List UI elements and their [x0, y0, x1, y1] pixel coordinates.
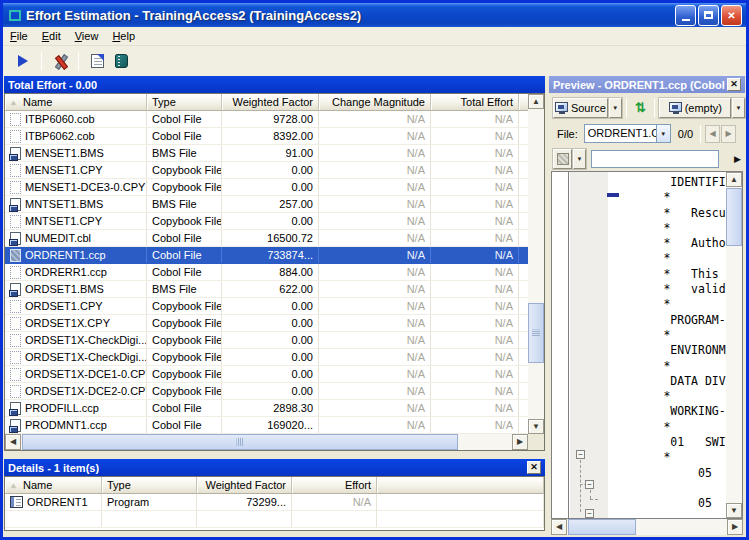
report-button[interactable]	[109, 50, 133, 72]
file-combobox[interactable]: ORDRENT1.CCP ▼	[584, 124, 671, 143]
page-dashed-icon	[10, 368, 21, 381]
folding-margin	[570, 172, 608, 518]
column-header-change-magnitude[interactable]: Change Magnitude	[319, 94, 431, 111]
menu-view[interactable]: View	[68, 28, 106, 44]
page-dashed-icon	[10, 385, 21, 398]
source-view-button[interactable]: Source	[553, 98, 608, 118]
code-text[interactable]: IDENTIFI * * RescueW * * Author: * * Thi…	[608, 175, 740, 512]
table-row[interactable]: MENSET1.BMSBMS File91.00N/AN/A	[5, 145, 528, 162]
cell-value: Copybook File	[152, 164, 222, 176]
table-row[interactable]: ORDSET1X-DCE1-0.CPYCopybook File0.00N/AN…	[5, 366, 528, 383]
scroll-up-button[interactable]: ▲	[726, 172, 742, 187]
hscroll-thumb[interactable]	[22, 434, 458, 450]
chevron-down-icon[interactable]: ▼	[656, 124, 671, 143]
table-row[interactable]: ORDSET1X-DCE2-0.CPYCopybook File0.00N/AN…	[5, 383, 528, 400]
column-header-name[interactable]: ▲Name	[5, 477, 102, 494]
table-row[interactable]: PRODFILL.ccpCobol File2898.30N/AN/A	[5, 400, 528, 417]
page-dashed-icon	[10, 113, 21, 126]
table-row[interactable]: ORDSET1X-CheckDigi...Copybook File0.00N/…	[5, 349, 528, 366]
details-close-button[interactable]: ✕	[527, 461, 541, 474]
menu-edit[interactable]: Edit	[35, 28, 68, 44]
cell-name: ORDSET1.CPY	[5, 298, 147, 314]
table-row[interactable]: ORDRENT1Program73299...N/A	[5, 494, 544, 511]
scroll-right-button[interactable]: ▶	[512, 434, 528, 450]
empty-view-dropdown[interactable]: ▼	[732, 98, 745, 118]
empty-view-button[interactable]: (empty)	[659, 98, 731, 118]
cell-value: 0.00	[292, 215, 313, 227]
cell-value: N/A	[495, 402, 513, 414]
properties-button[interactable]	[85, 50, 109, 72]
table-row[interactable]: ITBP6060.cobCobol File9728.00N/AN/A	[5, 111, 528, 128]
column-header-type[interactable]: Type	[147, 94, 222, 111]
column-header-effort[interactable]: Effort	[292, 477, 377, 494]
vscroll-thumb[interactable]	[528, 303, 544, 363]
run-estimation-button[interactable]	[11, 50, 35, 72]
hscroll-thumb[interactable]	[568, 519, 636, 535]
cell-weighted-factor: 16500.72	[222, 230, 319, 246]
scroll-up-button[interactable]: ▲	[528, 94, 544, 109]
scroll-down-button[interactable]: ▼	[726, 503, 742, 518]
total-effort-vscrollbar[interactable]	[528, 94, 544, 434]
cell-total-effort: N/A	[431, 111, 519, 127]
options-button[interactable]	[48, 50, 72, 72]
table-row[interactable]: ORDSET1.BMSBMS File622.00N/AN/A	[5, 281, 528, 298]
table-row[interactable]: PRODMNT1.ccpCobol File169020...N/AN/A	[5, 417, 528, 434]
page-dashed-icon	[10, 351, 21, 364]
file-name: ORDRERR1.ccp	[25, 266, 107, 278]
cell-total-effort: N/A	[431, 128, 519, 144]
fold-collapse-marker[interactable]	[607, 193, 619, 197]
cell-weighted-factor: 73299...	[197, 494, 292, 510]
menu-help[interactable]: Help	[105, 28, 142, 44]
table-row[interactable]: ORDSET1X-CheckDigi...Copybook File0.00N/…	[5, 332, 528, 349]
column-header-name[interactable]: ▲Name	[5, 94, 147, 111]
window-title: Effort Estimation - TrainingAccess2 (Tra…	[26, 8, 673, 23]
scroll-left-button[interactable]: ◀	[5, 434, 21, 450]
table-row[interactable]: MENSET1-DCE3-0.CPYCopybook File0.00N/AN/…	[5, 179, 528, 196]
minimize-button[interactable]	[675, 5, 696, 26]
search-input[interactable]	[591, 150, 719, 168]
source-view-dropdown[interactable]: ▼	[609, 98, 622, 118]
table-row[interactable]: ITBP6062.cobCobol File8392.00N/AN/A	[5, 128, 528, 145]
column-header-label: Name	[23, 96, 52, 108]
cell-name: ORDSET1X-DCE1-0.CPY	[5, 366, 147, 382]
table-row[interactable]: ORDSET1.CPYCopybook File0.00N/AN/A	[5, 298, 528, 315]
menu-file[interactable]: File	[3, 28, 35, 44]
column-header-weighted-factor[interactable]: Weighted Factor	[222, 94, 319, 111]
fold-toggle-icon[interactable]: −	[576, 450, 585, 459]
maximize-button[interactable]	[698, 5, 719, 26]
table-row[interactable]: MENSET1.CPYCopybook File0.00N/AN/A	[5, 162, 528, 179]
vscroll-thumb[interactable]	[726, 188, 742, 246]
scroll-right-button[interactable]: ▶	[727, 519, 743, 535]
preview-close-button[interactable]: ✕	[727, 78, 741, 91]
previous-file-button[interactable]: ◀	[705, 125, 720, 143]
file-name: ITBP6060.cob	[25, 113, 95, 125]
table-row[interactable]: MNTSET1.BMSBMS File257.00N/AN/A	[5, 196, 528, 213]
table-row[interactable]: MNTSET1.CPYCopybook File0.00N/AN/A	[5, 213, 528, 230]
code-hscrollbar[interactable]: ◀ ▶	[551, 519, 743, 535]
close-button[interactable]: ✕	[721, 5, 742, 26]
file-name: MENSET1.BMS	[25, 147, 104, 159]
column-header-total-effort[interactable]: Total Effort	[431, 94, 519, 111]
column-header-type[interactable]: Type	[102, 477, 197, 494]
cell-value: 9728.00	[273, 113, 313, 125]
fold-toggle-icon[interactable]: −	[585, 509, 594, 518]
scroll-down-button[interactable]: ▼	[528, 419, 544, 434]
next-file-button[interactable]: ▶	[721, 125, 736, 143]
cell-total-effort: N/A	[431, 264, 519, 280]
cell-name: MNTSET1.CPY	[5, 213, 147, 229]
scroll-left-button[interactable]: ◀	[551, 519, 567, 535]
fold-toggle-icon[interactable]: −	[585, 480, 594, 489]
table-row[interactable]: ORDSET1X.CPYCopybook File0.00N/AN/A	[5, 315, 528, 332]
table-row[interactable]: ORDRENT1.ccpCobol File733874...N/AN/A	[5, 247, 528, 264]
cell-value: Copybook File	[152, 368, 222, 380]
table-row[interactable]: NUMEDIT.cblCobol File16500.72N/AN/A	[5, 230, 528, 247]
column-header-weighted-factor[interactable]: Weighted Factor	[197, 477, 292, 494]
marker-style-button[interactable]	[553, 149, 572, 169]
refresh-icon[interactable]: ⇅	[631, 100, 651, 115]
marker-style-dropdown[interactable]: ▼	[573, 149, 586, 169]
table-row[interactable]: ORDRERR1.ccpCobol File884.00N/AN/A	[5, 264, 528, 281]
cell-value: BMS File	[152, 147, 197, 159]
search-next-button[interactable]: ▶	[734, 154, 741, 164]
total-effort-table: ▲NameTypeWeighted FactorChange Magnitude…	[4, 93, 545, 451]
cell-value: Cobol File	[152, 402, 202, 414]
